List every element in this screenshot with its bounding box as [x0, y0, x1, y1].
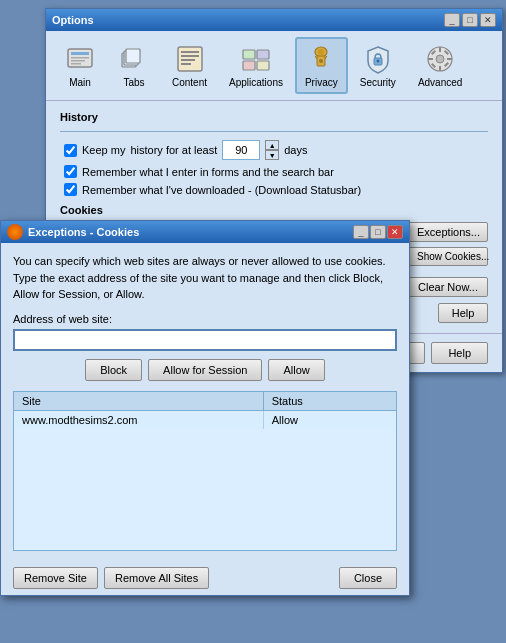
exceptions-button[interactable]: Exceptions... [408, 222, 488, 242]
address-label: Address of web site: [13, 313, 397, 325]
svg-rect-27 [428, 58, 433, 60]
svg-rect-15 [243, 61, 255, 70]
downloads-checkbox[interactable] [64, 183, 77, 196]
exceptions-title-left: Exceptions - Cookies [7, 224, 139, 240]
tab-advanced[interactable]: Advanced [408, 37, 472, 94]
show-cookies-button[interactable]: Show Cookies... [408, 247, 488, 266]
table-row[interactable]: www.modthesims2.com Allow [14, 411, 396, 429]
exceptions-footer: Remove Site Remove All Sites Close [1, 561, 409, 595]
days-down-btn[interactable]: ▼ [265, 150, 279, 160]
footer-help-button[interactable]: Help [431, 342, 488, 364]
site-header: Site [14, 392, 264, 410]
svg-rect-14 [257, 50, 269, 59]
exceptions-body: You can specify which web sites are alwa… [1, 243, 409, 561]
sites-table: Site Status www.modthesims2.com Allow [13, 391, 397, 551]
privacy-icon [305, 43, 337, 75]
exceptions-description: You can specify which web sites are alwa… [13, 253, 397, 303]
svg-rect-28 [447, 58, 452, 60]
svg-rect-2 [71, 57, 89, 59]
status-cell: Allow [264, 411, 396, 429]
options-title: Options [52, 14, 94, 26]
forms-checkbox[interactable] [64, 165, 77, 178]
exc-minimize-button[interactable]: _ [353, 225, 369, 239]
svg-rect-3 [71, 60, 85, 62]
keep-history-checkbox[interactable] [64, 144, 77, 157]
tab-security-label: Security [360, 77, 396, 88]
footer-left-buttons: Remove Site Remove All Sites [13, 567, 209, 589]
svg-rect-4 [71, 63, 81, 65]
minimize-button[interactable]: _ [444, 13, 460, 27]
history-divider [60, 131, 488, 132]
svg-rect-7 [126, 49, 140, 63]
days-spinner: ▲ ▼ [265, 140, 279, 160]
history-label: History [60, 111, 488, 123]
svg-rect-10 [181, 55, 199, 57]
site-cell: www.modthesims2.com [14, 411, 264, 429]
tab-tabs[interactable]: Tabs [108, 37, 160, 94]
applications-icon [240, 43, 272, 75]
cookies-label: Cookies [60, 204, 225, 216]
status-header: Status [264, 392, 396, 410]
address-input[interactable] [13, 329, 397, 351]
tab-privacy-label: Privacy [305, 77, 338, 88]
tab-security[interactable]: Security [350, 37, 406, 94]
content-icon [174, 43, 206, 75]
allow-session-button[interactable]: Allow for Session [148, 359, 262, 381]
options-title-bar: Options _ □ ✕ [46, 9, 502, 31]
tab-main[interactable]: Main [54, 37, 106, 94]
history-days-row: Keep my history for at least ▲ ▼ days [60, 140, 488, 160]
advanced-icon [424, 43, 456, 75]
exc-maximize-button[interactable]: □ [370, 225, 386, 239]
exc-close-button[interactable]: ✕ [387, 225, 403, 239]
exceptions-window: Exceptions - Cookies _ □ ✕ You can speci… [0, 220, 410, 596]
cookies-right-buttons: Exceptions... Show Cookies... [408, 222, 488, 266]
keep-history-text2: history for at least [130, 144, 217, 156]
tab-tabs-label: Tabs [123, 77, 144, 88]
downloads-label: Remember what I've downloaded - (Downloa… [82, 184, 361, 196]
svg-point-18 [318, 49, 324, 55]
maximize-button[interactable]: □ [462, 13, 478, 27]
svg-rect-9 [181, 51, 199, 53]
svg-rect-12 [181, 63, 191, 65]
close-button[interactable]: ✕ [480, 13, 496, 27]
firefox-icon [7, 224, 23, 240]
svg-rect-16 [257, 61, 269, 70]
svg-rect-26 [439, 66, 441, 71]
tab-main-label: Main [69, 77, 91, 88]
exceptions-controls: _ □ ✕ [353, 225, 403, 239]
history-days-input[interactable] [222, 140, 260, 160]
table-header: Site Status [14, 392, 396, 411]
downloads-row: Remember what I've downloaded - (Downloa… [60, 183, 488, 196]
svg-rect-1 [71, 52, 89, 55]
forms-label: Remember what I enter in forms and the s… [82, 166, 334, 178]
tab-content-label: Content [172, 77, 207, 88]
allow-button[interactable]: Allow [268, 359, 324, 381]
history-section: History Keep my history for at least ▲ ▼… [60, 111, 488, 196]
days-label: days [284, 144, 307, 156]
main-icon [64, 43, 96, 75]
svg-rect-25 [439, 47, 441, 52]
tab-privacy[interactable]: Privacy [295, 37, 348, 94]
clear-now-button[interactable]: Clear Now... [408, 277, 488, 297]
svg-rect-13 [243, 50, 255, 59]
tab-advanced-label: Advanced [418, 77, 462, 88]
close-footer-button[interactable]: Close [339, 567, 397, 589]
help-button[interactable]: Help [438, 303, 488, 323]
action-buttons: Block Allow for Session Allow [13, 359, 397, 381]
security-icon [362, 43, 394, 75]
tabs-icon [118, 43, 150, 75]
svg-point-22 [376, 60, 379, 63]
remove-all-button[interactable]: Remove All Sites [104, 567, 209, 589]
tab-content[interactable]: Content [162, 37, 217, 94]
svg-point-24 [436, 55, 444, 63]
title-bar-controls: _ □ ✕ [444, 13, 496, 27]
svg-rect-11 [181, 59, 195, 61]
exceptions-title-bar: Exceptions - Cookies _ □ ✕ [1, 221, 409, 243]
svg-point-20 [319, 59, 323, 63]
days-up-btn[interactable]: ▲ [265, 140, 279, 150]
tab-applications[interactable]: Applications [219, 37, 293, 94]
toolbar: Main Tabs [46, 31, 502, 101]
remove-site-button[interactable]: Remove Site [13, 567, 98, 589]
exceptions-title: Exceptions - Cookies [28, 226, 139, 238]
block-button[interactable]: Block [85, 359, 142, 381]
